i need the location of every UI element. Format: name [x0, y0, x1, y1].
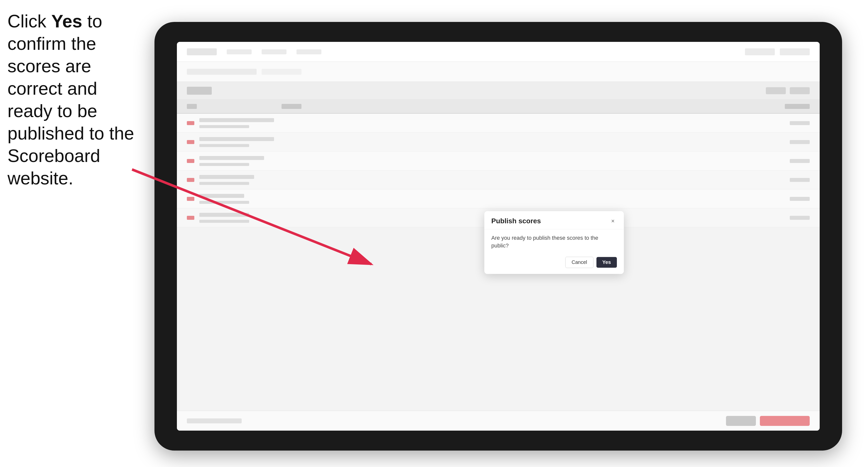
row-rank	[187, 121, 194, 125]
nav-item-3	[297, 49, 321, 54]
topbar-btn-1	[745, 48, 775, 55]
bottom-bar	[177, 411, 820, 431]
row-rank	[187, 197, 194, 201]
th-col1	[281, 104, 302, 109]
bottom-right-buttons	[726, 416, 810, 426]
row-rank	[187, 159, 194, 163]
publish-button-placeholder	[760, 416, 810, 426]
topbar-right	[745, 48, 810, 55]
row-name	[199, 156, 264, 160]
table-row	[177, 152, 820, 170]
th-score	[785, 104, 810, 109]
app-toolbar	[177, 82, 820, 100]
row-score	[790, 197, 810, 201]
nav-item-1	[227, 49, 252, 54]
save-button-placeholder	[726, 416, 756, 426]
subheader-title	[187, 69, 257, 75]
app-subheader	[177, 62, 820, 82]
cancel-button[interactable]: Cancel	[565, 257, 593, 268]
toolbar-right-btn-2	[790, 87, 810, 94]
row-name-group	[199, 118, 274, 128]
instruction-text: Click Yes to confirm the scores are corr…	[7, 10, 147, 189]
row-name-group	[199, 213, 274, 223]
row-score	[790, 159, 810, 163]
row-score	[790, 178, 810, 182]
rows-per-page	[187, 418, 242, 424]
toolbar-right	[766, 87, 810, 94]
row-name	[199, 118, 274, 122]
row-sub	[199, 182, 249, 185]
row-name-group	[199, 175, 274, 185]
tablet-screen: Publish scores × Are you ready to publis…	[177, 42, 820, 431]
app-topbar	[177, 42, 820, 62]
modal-close-button[interactable]: ×	[609, 217, 617, 225]
app-logo	[187, 48, 217, 55]
row-rank	[187, 216, 194, 220]
row-name	[199, 194, 244, 198]
toolbar-btn-1	[187, 87, 212, 95]
row-score	[790, 140, 810, 144]
subheader-subtitle	[261, 69, 302, 75]
row-sub	[199, 201, 249, 204]
table-row	[177, 114, 820, 132]
yes-button[interactable]: Yes	[596, 257, 617, 268]
nav-item-2	[261, 49, 286, 54]
instruction-bold: Yes	[51, 11, 82, 31]
row-rank	[187, 178, 194, 182]
row-name	[199, 175, 254, 179]
row-sub	[199, 220, 249, 223]
row-name-group	[199, 194, 274, 204]
table-row	[177, 189, 820, 208]
row-sub	[199, 163, 249, 166]
modal-footer: Cancel Yes	[484, 257, 624, 274]
modal-message: Are you ready to publish these scores to…	[491, 234, 617, 250]
table-row	[177, 132, 820, 152]
table-header	[177, 100, 820, 114]
instruction-suffix: to confirm the scores are correct and re…	[7, 11, 134, 188]
modal-title: Publish scores	[491, 217, 541, 225]
row-name	[199, 213, 249, 217]
row-name	[199, 137, 274, 141]
row-sub	[199, 125, 249, 128]
th-rank	[187, 104, 197, 109]
table-row	[177, 170, 820, 189]
row-name-group	[199, 137, 274, 147]
row-sub	[199, 144, 249, 147]
tablet-device: Publish scores × Are you ready to publis…	[154, 22, 842, 450]
instruction-prefix: Click	[7, 11, 51, 31]
publish-scores-modal: Publish scores × Are you ready to publis…	[484, 211, 624, 274]
modal-body: Are you ready to publish these scores to…	[484, 229, 624, 257]
row-score	[790, 216, 810, 220]
topbar-btn-2	[780, 48, 810, 55]
modal-header: Publish scores ×	[484, 211, 624, 229]
toolbar-right-btn-1	[766, 87, 786, 94]
row-score	[790, 121, 810, 125]
row-rank	[187, 140, 194, 144]
row-name-group	[199, 156, 274, 166]
